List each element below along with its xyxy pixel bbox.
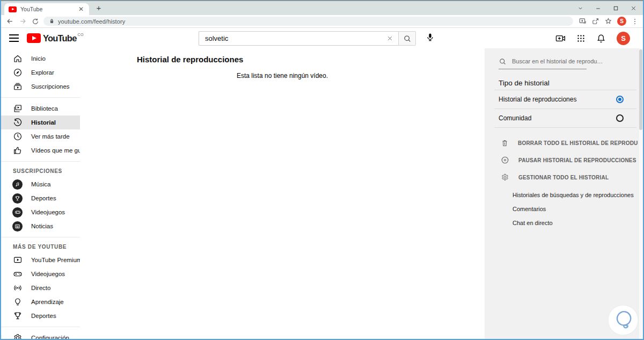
forward-icon[interactable] — [19, 17, 27, 25]
empty-list-message: Esta lista no tiene ningún vídeo. — [80, 72, 485, 79]
back-icon[interactable] — [6, 17, 14, 25]
window-minimize-icon[interactable] — [595, 5, 601, 11]
sidebar-item-videos-que-me-gustan[interactable]: Vídeos que me gustan — [1, 143, 80, 157]
youtube-premium-icon — [13, 255, 23, 265]
search-clear-icon[interactable] — [382, 35, 398, 42]
browser-profile-avatar[interactable]: S — [617, 17, 626, 26]
lightbulb-icon — [13, 297, 23, 307]
save-page-icon[interactable] — [579, 17, 587, 25]
sidebar-divider — [1, 327, 80, 327]
hamburger-menu-icon[interactable] — [9, 34, 19, 42]
scrollbar-thumb[interactable] — [639, 49, 642, 130]
sidebar-item-explorar[interactable]: Explorar — [1, 66, 80, 79]
sidebar-item-suscripciones[interactable]: Suscripciones — [1, 79, 80, 93]
apps-grid-icon[interactable] — [576, 34, 586, 43]
panel-divider — [494, 127, 636, 128]
trophy-channel-icon — [12, 193, 23, 204]
refresh-icon[interactable] — [32, 18, 39, 25]
url-text: youtube.com/feed/history — [58, 18, 125, 25]
gear-icon — [13, 333, 23, 339]
youtube-wordmark: YouTube — [43, 32, 77, 44]
window-maximize-icon[interactable] — [613, 5, 619, 11]
youtube-logo[interactable]: YouTube CO — [27, 32, 84, 44]
history-type-title: Tipo de historial — [499, 79, 639, 90]
option-historial-de-reproducciones[interactable]: Historial de reproducciones — [485, 90, 639, 108]
youtube-favicon — [9, 6, 17, 12]
share-icon[interactable] — [591, 17, 599, 25]
link-historiales-busquedas[interactable]: Historiales de búsquedas y de reproducci… — [485, 188, 639, 202]
sidebar-channel-noticias[interactable]: Noticias — [1, 219, 80, 233]
thumbs-up-icon — [13, 146, 23, 155]
browser-window: YouTube ✕ + youtube.com/feed/history S — [0, 0, 644, 340]
browser-toolbar: youtube.com/feed/history S — [1, 15, 643, 28]
lock-icon — [49, 18, 55, 24]
sidebar-item-youtube-premium[interactable]: YouTube Premium — [1, 253, 80, 267]
sidebar-channel-musica[interactable]: Música — [1, 177, 80, 191]
microphone-icon[interactable] — [425, 32, 435, 42]
subscriptions-icon — [13, 82, 23, 91]
browser-tab[interactable]: YouTube ✕ — [4, 3, 89, 15]
create-video-icon[interactable] — [555, 33, 566, 44]
solvetic-watermark-logo — [608, 305, 639, 336]
radio-unselected-icon[interactable] — [616, 114, 624, 122]
link-chat-en-directo[interactable]: Chat en directo — [485, 216, 639, 230]
sidebar-item-ver-mas-tarde[interactable]: Ver más tarde — [1, 129, 80, 143]
search-icon — [499, 57, 507, 66]
sidebar: Inicio Explorar Suscripciones Biblioteca… — [1, 48, 80, 339]
manage-history-button[interactable]: GESTIONAR TODO EL HISTORIAL — [485, 169, 639, 186]
pause-history-button[interactable]: PAUSAR HISTORIAL DE REPRODUCCIONES — [485, 151, 639, 169]
history-settings-panel: Buscar en el historial de reprodu… Tipo … — [485, 48, 639, 339]
page-scrollbar[interactable] — [638, 48, 643, 339]
sidebar-item-deportes[interactable]: Deportes — [1, 309, 80, 323]
sidebar-item-directo[interactable]: Directo — [1, 281, 80, 295]
sidebar-item-configuracion[interactable]: Configuración — [1, 331, 80, 339]
sidebar-channel-deportes[interactable]: Deportes — [1, 191, 80, 205]
music-channel-icon — [12, 179, 23, 190]
search-button[interactable] — [398, 31, 416, 46]
youtube-account-avatar[interactable]: S — [617, 32, 630, 45]
tab-close-icon[interactable]: ✕ — [77, 5, 85, 13]
logo-country-code: CO — [78, 33, 84, 37]
page-title: Historial de reproducciones — [137, 55, 243, 64]
history-search-field[interactable]: Buscar en el historial de reprodu… — [499, 54, 587, 69]
sidebar-divider — [1, 97, 80, 98]
sidebar-item-videojuegos[interactable]: Videojuegos — [1, 267, 80, 281]
gamepad-icon — [13, 269, 23, 279]
live-broadcast-icon — [13, 283, 23, 293]
trash-icon — [501, 139, 509, 147]
notifications-bell-icon[interactable] — [596, 33, 606, 44]
browser-menu-icon[interactable] — [631, 18, 639, 25]
sidebar-item-historial[interactable]: Historial — [1, 115, 80, 129]
new-tab-button[interactable]: + — [93, 3, 104, 13]
search-input[interactable] — [199, 34, 382, 42]
subscriptions-section-header: SUSCRIPCIONES — [1, 165, 80, 177]
radio-selected-icon[interactable] — [616, 96, 624, 103]
sidebar-divider — [1, 161, 80, 162]
option-comunidad[interactable]: Comunidad — [485, 109, 639, 127]
trophy-icon — [13, 311, 23, 321]
main-content: Historial de reproducciones Esta lista n… — [80, 48, 485, 339]
library-icon — [13, 104, 23, 113]
youtube-play-icon — [27, 33, 41, 43]
home-icon — [13, 54, 23, 63]
gear-icon — [501, 173, 509, 182]
sidebar-item-inicio[interactable]: Inicio — [1, 52, 80, 66]
address-bar[interactable]: youtube.com/feed/history — [43, 17, 573, 26]
history-search-placeholder: Buscar en el historial de reprodu… — [512, 58, 603, 64]
clock-icon — [13, 132, 23, 141]
search-box — [199, 31, 398, 46]
window-menu-chevron-icon[interactable] — [577, 5, 583, 11]
clear-history-button[interactable]: BORRAR TODO EL HISTORIAL DE REPRODUCCION… — [485, 134, 639, 151]
window-close-icon[interactable] — [631, 5, 636, 11]
news-channel-icon — [12, 221, 23, 232]
sidebar-item-aprendizaje[interactable]: Aprendizaje — [1, 295, 80, 309]
sidebar-item-biblioteca[interactable]: Biblioteca — [1, 102, 80, 115]
tab-title: YouTube — [20, 6, 77, 12]
pause-circle-icon — [501, 156, 509, 164]
history-icon — [13, 118, 23, 127]
link-comentarios[interactable]: Comentarios — [485, 202, 639, 216]
compass-icon — [13, 68, 23, 77]
bookmark-star-icon[interactable] — [604, 17, 612, 25]
gamepad-channel-icon — [12, 207, 23, 218]
sidebar-channel-videojuegos[interactable]: Videojuegos — [1, 205, 80, 219]
